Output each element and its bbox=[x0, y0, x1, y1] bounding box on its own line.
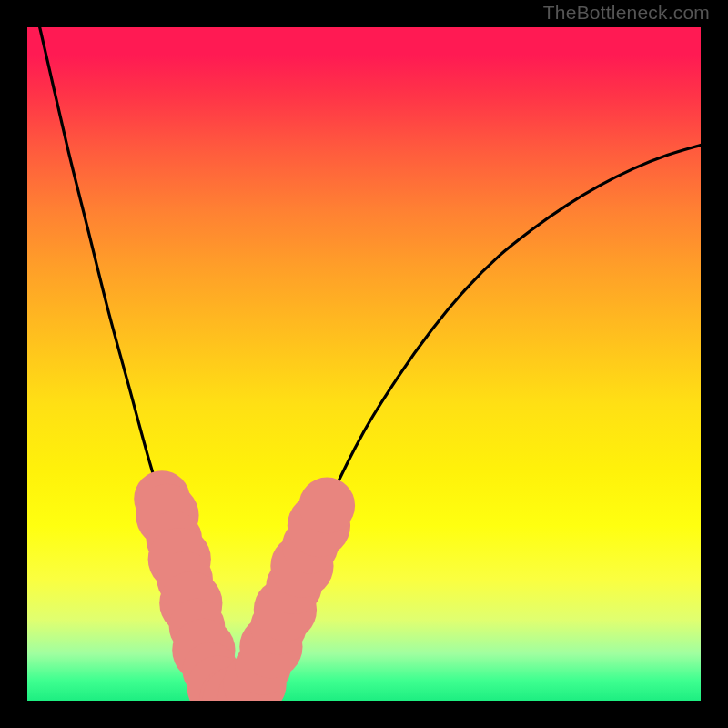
chart-container: TheBottleneck.com bbox=[0, 0, 728, 728]
curve-markers bbox=[134, 470, 355, 701]
plot-area bbox=[27, 27, 701, 701]
watermark-text: TheBottleneck.com bbox=[543, 2, 710, 24]
data-marker bbox=[299, 478, 356, 534]
curve-svg bbox=[27, 27, 701, 701]
bottleneck-curve bbox=[27, 27, 701, 701]
